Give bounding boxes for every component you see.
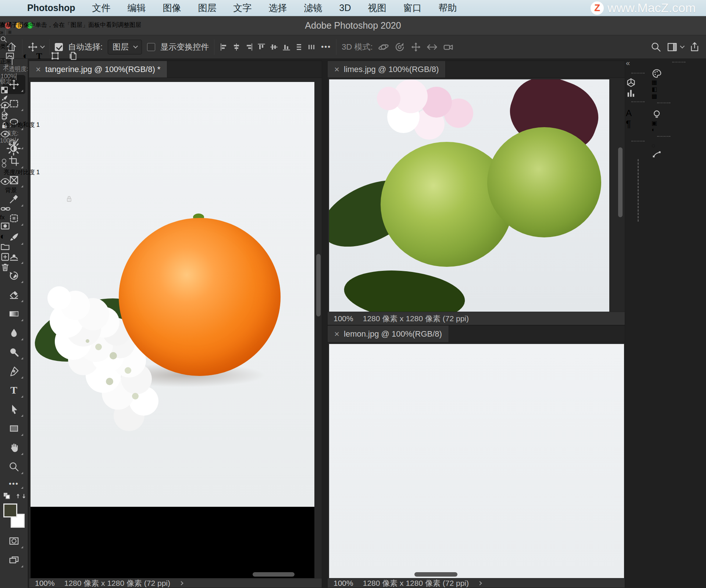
layer-name[interactable]: 背景	[5, 187, 17, 193]
screen-mode-icon[interactable]	[3, 551, 25, 570]
tangerine-horizontal-scrollbar[interactable]	[253, 572, 295, 577]
add-mask-icon[interactable]	[0, 221, 83, 231]
tab-limes[interactable]: × limes.jpg @ 100%(RGB/8)	[328, 61, 446, 78]
limes-zoom-level[interactable]: 100%	[334, 314, 353, 323]
align-vertical-centers-icon[interactable]	[270, 43, 278, 51]
mask-link-icon[interactable]	[1, 158, 7, 169]
tangerine-vertical-scrollbar[interactable]	[316, 254, 321, 316]
layer-row-background[interactable]: 背景	[0, 176, 83, 203]
layer-filter-dropdown[interactable]: 类型	[0, 36, 59, 51]
strip-grip[interactable]	[631, 101, 645, 105]
workspace-switcher[interactable]	[667, 42, 684, 53]
menu-photoshop[interactable]: Photoshop	[27, 3, 75, 13]
limes-canvas[interactable]	[329, 79, 609, 312]
align-right-edges-icon[interactable]	[245, 43, 253, 51]
limes-vertical-scrollbar[interactable]	[618, 147, 623, 217]
menu-file[interactable]: 文件	[92, 2, 111, 14]
edit-toolbar-icon[interactable]: •••	[3, 476, 25, 491]
panel-patterns-icon[interactable]: ▩	[652, 93, 676, 100]
status-arrow-icon[interactable]	[179, 581, 183, 585]
panel-character-icon[interactable]: A	[626, 108, 650, 118]
delete-layer-icon[interactable]	[0, 262, 83, 272]
share-icon[interactable]	[689, 42, 700, 53]
filter-shape-layers-icon[interactable]	[50, 51, 60, 61]
3d-pan-icon[interactable]	[410, 42, 421, 53]
layer-name[interactable]: 亮度/对比度 1	[4, 169, 40, 175]
tool-blur[interactable]	[3, 323, 25, 343]
panel-paths-icon[interactable]	[652, 149, 676, 159]
align-horizontal-centers-icon[interactable]	[232, 43, 241, 51]
swap-colors-icon[interactable]	[17, 492, 25, 501]
new-layer-icon[interactable]	[0, 252, 83, 262]
close-tab-icon[interactable]: ×	[334, 64, 339, 75]
tangerine-zoom-level[interactable]: 100%	[35, 579, 55, 588]
new-adjustment-layer-icon[interactable]: ◐	[0, 231, 6, 241]
close-tab-icon[interactable]: ×	[334, 329, 339, 339]
align-top-edges-icon[interactable]	[257, 43, 266, 51]
auto-select-dropdown[interactable]: 图层	[108, 40, 142, 54]
search-icon[interactable]	[650, 42, 662, 53]
tool-shape-rectangle[interactable]	[3, 419, 25, 438]
visibility-toggle[interactable]	[0, 100, 83, 110]
tool-zoom[interactable]	[3, 457, 25, 476]
menu-select[interactable]: 选择	[269, 2, 287, 14]
strip-grip[interactable]	[631, 141, 645, 144]
default-colors-icon[interactable]	[3, 492, 11, 501]
layer-lock-icon[interactable]	[65, 194, 74, 203]
dock-grip[interactable]	[657, 136, 670, 140]
distribute-vertical-icon[interactable]	[295, 43, 303, 51]
panel-color-icon[interactable]	[652, 68, 676, 79]
lemon-canvas[interactable]	[329, 344, 624, 578]
show-transform-checkbox[interactable]	[147, 43, 155, 51]
align-bottom-edges-icon[interactable]	[282, 43, 291, 51]
menu-help[interactable]: 帮助	[439, 2, 457, 14]
menu-edit[interactable]: 编辑	[128, 2, 146, 14]
menu-view[interactable]: 视图	[368, 2, 386, 14]
panel-paragraph-icon[interactable]: ¶	[626, 118, 650, 130]
3d-camera-icon[interactable]	[443, 42, 454, 53]
filter-smart-objects-icon[interactable]	[68, 51, 78, 61]
panel-collapse-icon[interactable]: »	[0, 29, 3, 35]
3d-roll-icon[interactable]	[394, 42, 405, 53]
panel-properties-icon[interactable]	[626, 88, 650, 98]
panels-collapse-icon[interactable]: «	[626, 59, 650, 71]
distribute-horizontal-icon[interactable]	[307, 43, 316, 51]
panel-adjustments-icon[interactable]: ◐	[652, 126, 676, 133]
strip-resize-grip[interactable]	[638, 159, 639, 222]
layer-style-icon[interactable]: fx	[0, 214, 4, 220]
more-options-icon[interactable]: •••	[321, 43, 331, 51]
brightness-contrast-thumbnail[interactable]	[4, 139, 23, 158]
menu-image[interactable]: 图像	[163, 2, 181, 14]
panel-learn-icon[interactable]	[652, 109, 676, 119]
panel-brushes-icon[interactable]: ◌	[652, 143, 676, 149]
layer-name[interactable]: 色相/饱和度 1	[4, 122, 40, 128]
link-layers-icon[interactable]	[0, 203, 83, 214]
panel-3d-icon[interactable]	[626, 78, 650, 88]
filter-type-layers-icon[interactable]: T	[36, 51, 42, 61]
tool-path-select[interactable]	[3, 400, 25, 419]
menu-type[interactable]: 文字	[233, 2, 252, 14]
lock-transparency-icon[interactable]	[0, 86, 83, 94]
tool-type[interactable]: T	[3, 381, 25, 400]
lemon-horizontal-scrollbar[interactable]	[414, 572, 457, 577]
panel-menu-icon[interactable]: ≡	[8, 29, 11, 35]
new-group-icon[interactable]	[0, 241, 83, 252]
menu-layer[interactable]: 图层	[198, 2, 217, 14]
panel-swatches-icon[interactable]: ▦	[652, 79, 676, 86]
lemon-zoom-level[interactable]: 100%	[334, 579, 353, 588]
tool-dodge[interactable]	[3, 343, 25, 362]
strip-grip[interactable]	[631, 73, 645, 76]
tab-lemon[interactable]: × lemon.jpg @ 100%(RGB/8)	[328, 326, 449, 342]
visibility-toggle[interactable]	[0, 176, 83, 187]
menu-window[interactable]: 窗口	[403, 2, 422, 14]
3d-orbit-icon[interactable]	[378, 42, 389, 53]
tool-hand[interactable]	[3, 438, 25, 457]
dock-grip[interactable]	[672, 62, 685, 65]
tool-gradient[interactable]	[3, 304, 25, 323]
tool-eraser[interactable]	[3, 285, 25, 304]
dock-grip[interactable]	[657, 103, 670, 106]
3d-slide-icon[interactable]	[427, 42, 438, 53]
align-left-edges-icon[interactable]	[220, 43, 228, 51]
filter-adjustment-layers-icon[interactable]: ◐	[23, 51, 28, 61]
layer-row-hue-saturation[interactable]: 色相/饱和度 1	[0, 100, 83, 129]
